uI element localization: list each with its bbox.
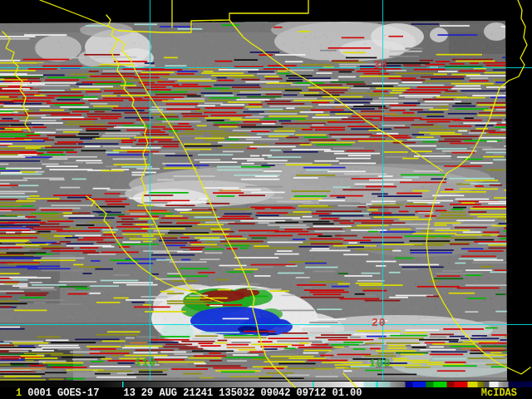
- status-band-number: 13: [123, 387, 135, 399]
- status-cursor-frame-digit: 1: [16, 387, 22, 399]
- satellite-image-canvas[interactable]: [0, 0, 532, 399]
- status-time: 135032: [219, 387, 254, 399]
- status-value-2: 09712: [297, 387, 327, 399]
- mcidas-logo-text: McIDAS: [481, 387, 517, 399]
- grid-label-lat-30: 30: [373, 59, 388, 71]
- status-date: 29 AUG 21241: [141, 387, 213, 399]
- status-bar: 1 0001 GOES-17 13 29 AUG 21241 135032 09…: [0, 387, 532, 399]
- grid-label-lon-100: 100: [369, 357, 391, 370]
- mcidas-frame: 30 20 110 100 1 0001 GOES-17 13 29 AUG 2…: [0, 0, 532, 399]
- status-satellite-name: GOES-17: [57, 387, 99, 399]
- grid-label-lat-20: 20: [372, 317, 387, 329]
- status-frame-number: 0001: [27, 387, 52, 399]
- grid-label-lon-110: 110: [135, 357, 156, 369]
- status-value-1: 09042: [260, 387, 290, 399]
- status-value-3: 01.00: [332, 387, 362, 399]
